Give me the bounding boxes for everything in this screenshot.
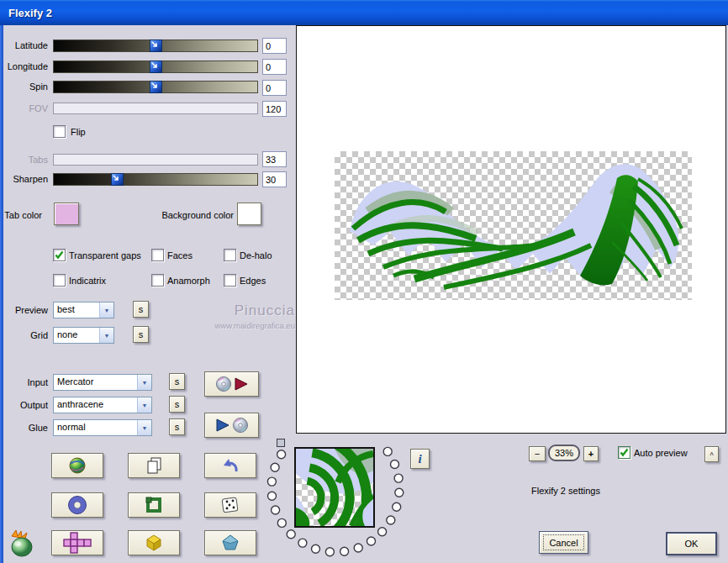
chevron-down-icon[interactable]: ▼ [137,420,151,435]
flaming-pear-logo [8,529,35,558]
anamorph-checkbox[interactable] [151,274,164,287]
grid-combo-value: none [54,328,99,343]
undo-arrow-icon [221,457,240,474]
transparent-gaps-checkbox[interactable] [53,249,66,261]
cd-play-icon [214,376,251,392]
auto-preview-checkbox[interactable] [618,446,630,459]
tabs-label: Tabs [0,154,48,166]
slider-arrow-icon [150,61,160,71]
flip-label: Flip [71,126,86,138]
check-icon [619,447,630,458]
window-title: Flexify 2 [0,7,52,19]
dial-handle-square[interactable] [277,439,285,447]
sharpen-value-input[interactable] [262,171,287,187]
documents-icon [145,456,163,475]
torus-icon [68,496,87,514]
title-bar[interactable]: Flexify 2 [0,0,728,25]
glue-combo[interactable]: normal ▼ [53,419,152,436]
spin-label: Spin [0,81,48,92]
preview-image [335,151,692,300]
longitude-slider-thumb[interactable] [150,61,162,73]
chevron-down-icon[interactable]: ▼ [99,303,113,318]
latitude-slider-thumb[interactable] [150,39,162,52]
fov-slider [53,103,258,114]
cancel-button[interactable]: Cancel [539,531,588,554]
zoom-level: 33% [548,445,580,461]
faces-checkbox[interactable] [151,249,164,261]
info-button[interactable]: i [410,449,430,469]
undo-button[interactable] [204,453,256,478]
output-combo[interactable]: anthracene ▼ [53,397,152,413]
copy-button[interactable] [128,453,180,478]
glue-combo-value: normal [54,420,137,435]
pentagon-button[interactable] [204,530,256,555]
pentagon-icon [221,534,240,552]
longitude-value-input[interactable] [262,59,287,75]
chevron-down-icon[interactable]: ▼ [99,328,113,343]
green-frame-icon [145,496,163,514]
de-halo-checkbox[interactable] [224,249,236,261]
sharpen-slider[interactable] [53,173,258,186]
collapse-button[interactable]: ^ [704,446,719,462]
chevron-down-icon[interactable]: ▼ [137,375,151,390]
status-text: Flexify 2 settings [531,485,666,497]
save-settings-button[interactable] [204,413,259,438]
frame-button[interactable] [128,492,180,518]
chevron-down-icon[interactable]: ▼ [137,397,151,413]
edges-checkbox[interactable] [224,274,236,287]
preview-combo[interactable]: best ▼ [53,302,114,318]
indicatrix-checkbox[interactable] [53,274,66,287]
grid-combo[interactable]: none ▼ [53,327,114,344]
watermark-url: www.maidiregrafica.eu [164,321,295,330]
grid-s-button[interactable]: s [133,326,149,343]
ring-button[interactable] [51,492,103,518]
cancel-label: Cancel [544,535,583,550]
tabs-value-input[interactable] [262,151,287,167]
ok-button[interactable]: OK [666,532,717,555]
flip-checkbox[interactable] [53,125,66,138]
transparent-gaps-label: Transparent gaps [69,250,141,261]
unfold-button[interactable] [51,530,103,555]
input-combo[interactable]: Mercator ▼ [53,374,152,391]
thumbnail-preview[interactable] [294,447,375,528]
box-button[interactable] [128,530,180,555]
latitude-slider[interactable] [53,39,258,52]
load-settings-button[interactable] [204,371,259,397]
random-button[interactable] [204,492,256,518]
preview-s-button[interactable]: s [133,301,149,318]
input-s-button[interactable]: s [169,373,185,390]
sharpen-slider-thumb[interactable] [111,173,124,186]
glue-s-button[interactable]: s [169,418,185,435]
dice-icon [220,496,240,514]
input-combo-label: Input [0,376,48,388]
globe-button[interactable] [51,453,103,478]
flexify-dialog: Flexify 2 Latitude Longitude Spin FOV Fl… [0,0,728,563]
preview-canvas[interactable] [296,25,726,434]
zoom-in-button[interactable]: + [583,446,599,461]
zoom-out-button[interactable]: − [529,446,546,461]
spin-slider-thumb[interactable] [150,81,162,93]
background-color-swatch[interactable] [237,203,261,225]
unfolded-cube-icon [61,532,93,554]
slider-arrow-icon [150,40,160,50]
tab-color-swatch[interactable] [54,203,79,225]
anamorph-label: Anamorph [167,275,210,287]
faces-label: Faces [167,250,193,261]
background-color-label: Background color [135,209,234,221]
fov-value-input[interactable] [262,101,287,117]
spin-value-input[interactable] [262,80,287,96]
latitude-value-input[interactable] [262,38,287,54]
tabs-slider [53,154,258,166]
spin-slider[interactable] [53,81,258,93]
watermark-name: Pinuccia [181,303,295,319]
thumbnail-image [296,449,373,526]
longitude-slider[interactable] [53,61,258,73]
globe-icon [68,456,87,475]
indicatrix-label: Indicatrix [69,275,106,287]
output-combo-value: anthracene [54,397,137,413]
preview-combo-label: Preview [0,304,48,316]
info-icon: i [418,452,421,466]
latitude-label: Latitude [0,39,48,51]
auto-preview-label: Auto preview [634,447,688,459]
output-s-button[interactable]: s [169,396,185,413]
